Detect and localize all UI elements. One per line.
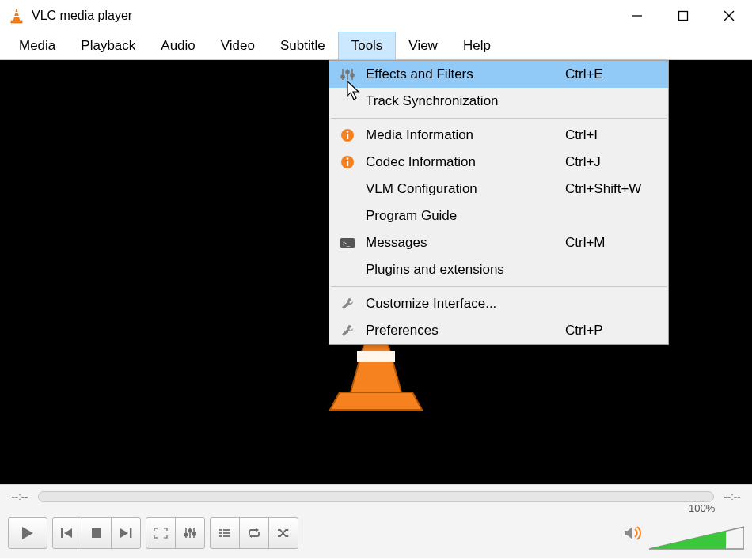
tools-menu-dropdown: Effects and FiltersCtrl+ETrack Synchroni… bbox=[329, 60, 669, 345]
menu-item-label: Messages bbox=[366, 235, 565, 251]
menu-item-shortcut: Ctrl+Shift+W bbox=[565, 181, 668, 197]
menubar: MediaPlaybackAudioVideoSubtitleToolsView… bbox=[0, 32, 752, 60]
menu-item-media-information[interactable]: Media InformationCtrl+I bbox=[329, 122, 668, 149]
svg-rect-30 bbox=[92, 528, 101, 538]
svg-rect-3 bbox=[11, 21, 22, 23]
previous-button[interactable] bbox=[52, 517, 82, 549]
menu-video[interactable]: Video bbox=[208, 32, 268, 59]
time-elapsed: --:-- bbox=[8, 490, 32, 502]
menu-item-shortcut: Ctrl+J bbox=[565, 154, 668, 170]
info-icon bbox=[329, 128, 366, 142]
shuffle-button[interactable] bbox=[268, 517, 298, 549]
svg-rect-2 bbox=[14, 16, 20, 17]
menu-item-label: Media Information bbox=[366, 127, 565, 143]
stop-button[interactable] bbox=[82, 517, 112, 549]
menu-item-program-guide[interactable]: Program Guide bbox=[329, 202, 668, 229]
menu-separator bbox=[331, 286, 667, 287]
volume-area: 100% bbox=[624, 513, 744, 554]
minimize-button[interactable] bbox=[614, 0, 660, 32]
menu-item-label: Program Guide bbox=[366, 208, 565, 224]
seek-slider[interactable] bbox=[38, 491, 714, 502]
menu-audio[interactable]: Audio bbox=[148, 32, 207, 59]
playback-group bbox=[52, 517, 141, 549]
svg-rect-32 bbox=[130, 528, 131, 538]
svg-rect-5 bbox=[679, 12, 688, 21]
menu-item-label: Customize Interface... bbox=[366, 296, 565, 312]
menu-item-shortcut: Ctrl+M bbox=[565, 235, 668, 251]
menu-item-vlm-configuration[interactable]: VLM ConfigurationCtrl+Shift+W bbox=[329, 176, 668, 202]
menu-item-label: Preferences bbox=[366, 323, 565, 339]
window-controls bbox=[614, 0, 752, 32]
menu-item-shortcut: Ctrl+I bbox=[565, 127, 668, 143]
fullscreen-button[interactable] bbox=[146, 517, 176, 549]
controls-row: 100% bbox=[0, 508, 752, 558]
menu-media[interactable]: Media bbox=[6, 32, 68, 59]
svg-point-36 bbox=[188, 529, 192, 532]
titlebar: VLC media player bbox=[0, 0, 752, 32]
svg-point-23 bbox=[347, 157, 349, 160]
menu-item-messages[interactable]: >_MessagesCtrl+M bbox=[329, 229, 668, 256]
loop-button[interactable] bbox=[239, 517, 269, 549]
svg-marker-29 bbox=[64, 528, 72, 538]
svg-point-34 bbox=[184, 533, 188, 536]
menu-subtitle[interactable]: Subtitle bbox=[268, 32, 338, 59]
wrench-icon bbox=[329, 324, 366, 338]
info-icon bbox=[329, 155, 366, 169]
menu-view[interactable]: View bbox=[396, 32, 450, 59]
menu-item-plugins-and-extensions[interactable]: Plugins and extensions bbox=[329, 256, 668, 283]
view-group bbox=[146, 517, 205, 549]
speaker-icon[interactable] bbox=[624, 524, 643, 542]
menu-item-label: Plugins and extensions bbox=[366, 262, 565, 278]
volume-label: 100% bbox=[689, 502, 752, 514]
svg-point-38 bbox=[192, 532, 196, 535]
svg-text:>_: >_ bbox=[343, 240, 351, 247]
svg-rect-19 bbox=[347, 134, 348, 139]
extended-settings-button[interactable] bbox=[175, 517, 205, 549]
svg-point-13 bbox=[341, 75, 344, 78]
vlc-cone-icon bbox=[8, 7, 25, 25]
menu-item-shortcut: Ctrl+P bbox=[565, 323, 668, 339]
menu-tools[interactable]: Tools bbox=[338, 32, 397, 59]
next-button[interactable] bbox=[111, 517, 141, 549]
maximize-button[interactable] bbox=[660, 0, 706, 32]
menu-item-shortcut: Ctrl+E bbox=[565, 66, 668, 82]
svg-marker-31 bbox=[120, 528, 128, 538]
menu-item-codec-information[interactable]: Codec InformationCtrl+J bbox=[329, 149, 668, 176]
playlist-button[interactable] bbox=[210, 517, 240, 549]
svg-rect-1 bbox=[14, 12, 19, 13]
menu-item-label: Codec Information bbox=[366, 154, 565, 170]
menu-item-track-synchronization[interactable]: Track Synchronization bbox=[329, 88, 668, 115]
menu-item-label: Track Synchronization bbox=[366, 93, 565, 109]
svg-rect-10 bbox=[357, 351, 395, 362]
menu-item-preferences[interactable]: PreferencesCtrl+P bbox=[329, 317, 668, 344]
close-button[interactable] bbox=[706, 0, 752, 32]
svg-marker-45 bbox=[625, 527, 632, 539]
svg-point-15 bbox=[346, 70, 349, 74]
svg-point-20 bbox=[347, 131, 349, 133]
play-button[interactable] bbox=[8, 517, 47, 549]
playlist-group bbox=[210, 517, 298, 549]
svg-rect-22 bbox=[347, 161, 348, 166]
wrench-icon bbox=[329, 297, 366, 311]
console-icon: >_ bbox=[329, 237, 366, 248]
window-title: VLC media player bbox=[32, 9, 132, 23]
seek-bar-row: --:-- --:-- bbox=[0, 484, 752, 508]
menu-playback[interactable]: Playback bbox=[68, 32, 148, 59]
time-total: --:-- bbox=[720, 490, 744, 502]
menu-separator bbox=[331, 118, 667, 119]
volume-slider[interactable] bbox=[649, 525, 744, 554]
svg-point-17 bbox=[351, 74, 354, 77]
menu-help[interactable]: Help bbox=[450, 32, 503, 59]
menu-item-effects-and-filters[interactable]: Effects and FiltersCtrl+E bbox=[329, 61, 668, 88]
svg-marker-11 bbox=[330, 392, 422, 410]
svg-rect-28 bbox=[61, 528, 63, 538]
menu-item-customize-interface[interactable]: Customize Interface... bbox=[329, 290, 668, 317]
sliders-icon bbox=[329, 68, 366, 81]
svg-marker-27 bbox=[22, 527, 33, 539]
svg-marker-0 bbox=[13, 9, 20, 21]
menu-item-label: Effects and Filters bbox=[366, 66, 565, 82]
menu-item-label: VLM Configuration bbox=[366, 181, 565, 197]
